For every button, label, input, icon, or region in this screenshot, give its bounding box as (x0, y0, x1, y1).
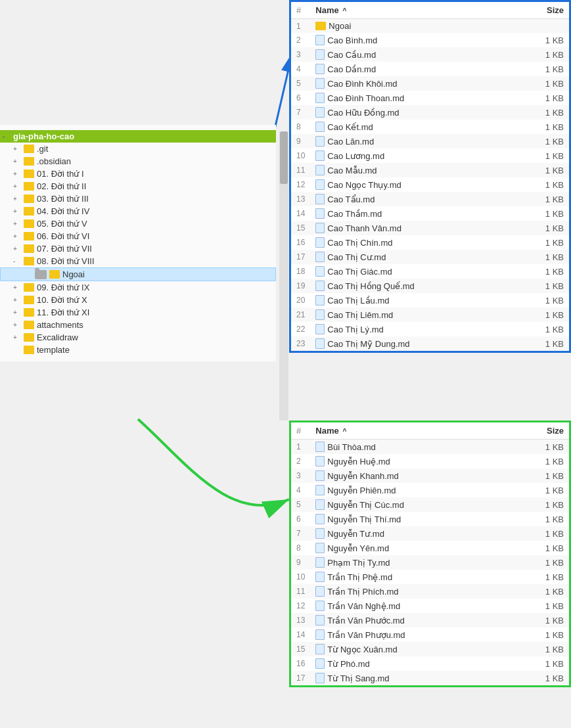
tree-item-doi7[interactable]: +07. Đời thứ VII (0, 242, 276, 255)
table-row[interactable]: 7Cao Hữu Đồng.md1 KB (291, 105, 569, 120)
row-name[interactable]: Từ Phó.md (310, 656, 511, 671)
col-name[interactable]: Name ^ (310, 2, 514, 19)
tree-item-doi11[interactable]: +11. Đời thứ XI (0, 306, 276, 319)
table-row[interactable]: 17Từ Thị Sang.md1 KB (291, 671, 569, 685)
row-name[interactable]: Cao Thị Chín.md (310, 235, 514, 250)
table-row[interactable]: 9Phạm Thị Ty.md1 KB (291, 555, 569, 570)
row-name[interactable]: Cao Đình Khôi.md (310, 76, 514, 91)
table-row[interactable]: 4Cao Dần.md1 KB (291, 62, 569, 76)
row-name[interactable]: Nguyễn Yên.md (310, 541, 511, 555)
table-row[interactable]: 10Trần Thị Phệ.md1 KB (291, 570, 569, 584)
row-name[interactable]: Từ Thị Sang.md (310, 671, 511, 685)
tree-item-doi2[interactable]: +02. Đời thứ II (0, 180, 276, 193)
tree-item-doi4[interactable]: +04. Đời thứ IV (0, 205, 276, 217)
row-name[interactable]: Nguyễn Khanh.md (310, 468, 511, 483)
tree-item-obsidian[interactable]: +.obsidian (0, 155, 276, 168)
row-name[interactable]: Trần Văn Nghệ.md (310, 599, 511, 613)
table-row[interactable]: 7Nguyễn Tư.md1 KB (291, 526, 569, 541)
scrollbar[interactable] (279, 131, 288, 421)
table-row[interactable]: 17Cao Thị Cư.md1 KB (291, 250, 569, 264)
row-name[interactable]: Cao Dần.md (310, 62, 514, 76)
table-row[interactable]: 11Trần Thị Phích.md1 KB (291, 584, 569, 599)
table-row[interactable]: 13Cao Tẩu.md1 KB (291, 192, 569, 206)
table-row[interactable]: 12Cao Ngọc Thụy.md1 KB (291, 177, 569, 192)
tree-item-doi10[interactable]: +10. Đời thứ X (0, 294, 276, 306)
table-row[interactable]: 19Cao Thị Hồng Quế.md1 KB (291, 279, 569, 293)
row-name[interactable]: Trần Thị Phích.md (310, 584, 511, 599)
row-name[interactable]: Cao Cầu.md (310, 47, 514, 62)
row-name[interactable]: Cao Lăn.md (310, 134, 514, 148)
row-name[interactable]: Cao Thị Cư.md (310, 250, 514, 264)
table-row[interactable]: 2Cao Bình.md1 KB (291, 33, 569, 47)
row-name[interactable]: Nguyễn Huệ.md (310, 454, 511, 468)
table-row[interactable]: 23Cao Thị Mỹ Dung.md1 KB (291, 336, 569, 351)
table-row[interactable]: 5Cao Đình Khôi.md1 KB (291, 76, 569, 91)
row-name[interactable]: Nguyễn Phiên.md (310, 483, 511, 497)
row-name[interactable]: Trần Văn Phước.md (310, 613, 511, 627)
row-name[interactable]: Cao Thanh Vân.md (310, 221, 514, 235)
table-row[interactable]: 13Trần Văn Phước.md1 KB (291, 613, 569, 627)
tree-item-git[interactable]: +.git (0, 143, 276, 155)
tree-item-doi9[interactable]: +09. Đời thứ IX (0, 281, 276, 294)
col-name[interactable]: Name ^ (310, 422, 511, 440)
row-name[interactable]: Cao Thầm.md (310, 206, 514, 221)
table-row[interactable]: 10Cao Lương.md1 KB (291, 148, 569, 163)
table-row[interactable]: 4Nguyễn Phiên.md1 KB (291, 483, 569, 497)
scrollbar-thumb[interactable] (280, 131, 288, 184)
table-row[interactable]: 21Cao Thị Liêm.md1 KB (291, 307, 569, 322)
table-row[interactable]: 8Nguyễn Yên.md1 KB (291, 541, 569, 555)
row-name[interactable]: Nguyễn Tư.md (310, 526, 511, 541)
table-row[interactable]: 14Cao Thầm.md1 KB (291, 206, 569, 221)
table-row[interactable]: 12Trần Văn Nghệ.md1 KB (291, 599, 569, 613)
table-row[interactable]: 16Cao Thị Chín.md1 KB (291, 235, 569, 250)
row-name[interactable]: Cao Ngọc Thụy.md (310, 177, 514, 192)
table-row[interactable]: 20Cao Thị Lầu.md1 KB (291, 293, 569, 307)
row-name[interactable]: Trần Văn Phượu.md (310, 627, 511, 642)
table-row[interactable]: 14Trần Văn Phượu.md1 KB (291, 627, 569, 642)
row-name[interactable]: Ngoai (310, 19, 514, 34)
tree-item-excalidraw[interactable]: +Excalidraw (0, 331, 276, 344)
row-name[interactable]: Cao Đình Thoan.md (310, 91, 514, 105)
row-name[interactable]: Nguyễn Thị Thí.md (310, 512, 511, 526)
tree-item-doi3[interactable]: +03. Đời thứ III (0, 193, 276, 205)
table-row[interactable]: 3Cao Cầu.md1 KB (291, 47, 569, 62)
row-name[interactable]: Cao Thị Lý.md (310, 322, 514, 336)
row-name[interactable]: Cao Thị Liêm.md (310, 307, 514, 322)
row-name[interactable]: Cao Thị Giác.md (310, 264, 514, 279)
row-name[interactable]: Cao Kết.md (310, 120, 514, 134)
tree-item-doi8[interactable]: -08. Đời thứ VIII (0, 255, 276, 267)
row-name[interactable]: Cao Mẫu.md (310, 163, 514, 177)
tree-item-attachments[interactable]: +attachments (0, 319, 276, 331)
table-row[interactable]: 18Cao Thị Giác.md1 KB (291, 264, 569, 279)
table-row[interactable]: 5Nguyễn Thị Cúc.md1 KB (291, 497, 569, 512)
row-name[interactable]: Cao Thị Mỹ Dung.md (310, 336, 514, 351)
tree-item-ngoai[interactable]: Ngoai (0, 267, 276, 281)
table-row[interactable]: 6Cao Đình Thoan.md1 KB (291, 91, 569, 105)
table-row[interactable]: 15Cao Thanh Vân.md1 KB (291, 221, 569, 235)
row-name[interactable]: Cao Hữu Đồng.md (310, 105, 514, 120)
table-row[interactable]: 9Cao Lăn.md1 KB (291, 134, 569, 148)
tree-item-doi1[interactable]: +01. Đời thứ I (0, 168, 276, 180)
row-name[interactable]: Cao Lương.md (310, 148, 514, 163)
table-row[interactable]: 3Nguyễn Khanh.md1 KB (291, 468, 569, 483)
row-name[interactable]: Bùi Thòa.md (310, 440, 511, 455)
table-row[interactable]: 16Từ Phó.md1 KB (291, 656, 569, 671)
table-row[interactable]: 1Bùi Thòa.md1 KB (291, 440, 569, 455)
tree-item-doi6[interactable]: +06. Đời thứ VI (0, 230, 276, 242)
table-row[interactable]: 6Nguyễn Thị Thí.md1 KB (291, 512, 569, 526)
row-name[interactable]: Phạm Thị Ty.md (310, 555, 511, 570)
tree-item-template[interactable]: template (0, 344, 276, 356)
table-row[interactable]: 11Cao Mẫu.md1 KB (291, 163, 569, 177)
tree-item-root[interactable]: -gia-pha-ho-cao (0, 130, 276, 143)
table-row[interactable]: 1Ngoai (291, 19, 569, 34)
table-row[interactable]: 15Từ Ngọc Xuân.md1 KB (291, 642, 569, 656)
table-row[interactable]: 8Cao Kết.md1 KB (291, 120, 569, 134)
row-name[interactable]: Cao Thị Lầu.md (310, 293, 514, 307)
row-name[interactable]: Trần Thị Phệ.md (310, 570, 511, 584)
row-name[interactable]: Cao Bình.md (310, 33, 514, 47)
row-name[interactable]: Cao Thị Hồng Quế.md (310, 279, 514, 293)
table-row[interactable]: 2Nguyễn Huệ.md1 KB (291, 454, 569, 468)
row-name[interactable]: Từ Ngọc Xuân.md (310, 642, 511, 656)
tree-item-doi5[interactable]: +05. Đời thứ V (0, 217, 276, 230)
table-row[interactable]: 22Cao Thị Lý.md1 KB (291, 322, 569, 336)
